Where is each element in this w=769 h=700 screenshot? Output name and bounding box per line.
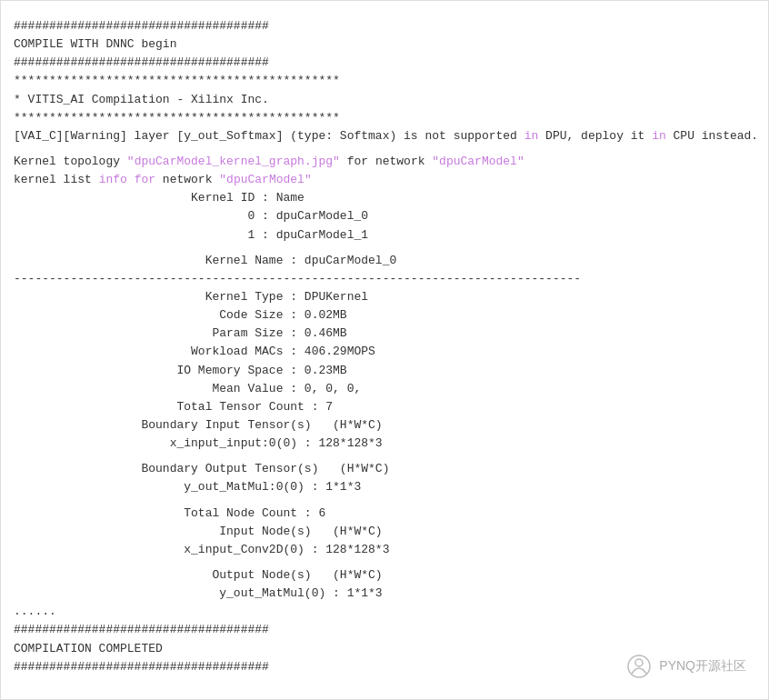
line-x-input: x_input_input:0(0) : 128*128*3: [14, 435, 750, 453]
warning-in: in: [524, 129, 539, 143]
for-keyword: for: [135, 173, 155, 186]
line-x-input-conv2d: x_input_Conv2D(0) : 128*128*3: [14, 541, 750, 559]
line-io-memory: IO Memory Space : 0.23MB: [14, 362, 750, 380]
info-keyword: info: [99, 173, 127, 186]
line-kernel-1: 1 : dpuCarModel_1: [14, 226, 750, 245]
warning-in2: in: [652, 129, 666, 143]
warning-prefix: [VAI_C][Warning] layer [y_out_Softmax] (…: [14, 129, 524, 143]
line-kernel-name: Kernel Name : dpuCarModel_0: [14, 252, 750, 270]
terminal-output: #################################### COM…: [0, 0, 769, 700]
line-compile-begin: COMPILE WITH DNNC begin: [14, 35, 750, 54]
line-output-nodes-header: Output Node(s) (H*W*C): [14, 566, 750, 585]
line-hash-2: ####################################: [14, 54, 750, 72]
line-topology: Kernel topology "dpuCarModel_kernel_grap…: [14, 153, 750, 171]
line-kernel-type: Kernel Type : DPUKernel: [14, 288, 750, 306]
line-mean-value: Mean Value : 0, 0, 0,: [14, 380, 750, 398]
line-vitis: * VITIS_AI Compilation - Xilinx Inc.: [14, 91, 750, 109]
line-hash-3: ####################################: [14, 621, 750, 639]
line-warning: [VAI_C][Warning] layer [y_out_Softmax] (…: [14, 127, 750, 145]
line-y-out-matmul: y_out_MatMul:0(0) : 1*1*3: [14, 478, 750, 496]
line-total-node: Total Node Count : 6: [14, 505, 750, 523]
line-input-nodes-header: Input Node(s) (H*W*C): [14, 523, 750, 541]
line-workload: Workload MACs : 406.29MOPS: [14, 343, 750, 361]
watermark-text: PYNQ开源社区: [659, 658, 746, 675]
line-kernel-0: 0 : dpuCarModel_0: [14, 207, 750, 225]
topology-file: "dpuCarModel_kernel_graph.jpg": [127, 155, 340, 168]
warning-mid: DPU, deploy it: [538, 129, 652, 143]
line-kernel-list: kernel list info for network "dpuCarMode…: [14, 171, 750, 189]
line-hash-1: ####################################: [14, 17, 750, 35]
line-y-out-matmul-node: y_out_MatMul(0) : 1*1*3: [14, 585, 750, 603]
kernel-network: "dpuCarModel": [219, 173, 311, 186]
watermark: PYNQ开源社区: [626, 654, 746, 679]
spacer-4: [14, 497, 750, 505]
line-boundary-input-header: Boundary Input Tensor(s) (H*W*C): [14, 416, 750, 435]
line-tensor-count: Total Tensor Count : 7: [14, 398, 750, 416]
watermark-icon: [626, 654, 652, 679]
svg-point-1: [635, 659, 643, 666]
line-param-size: Param Size : 0.46MB: [14, 325, 750, 343]
warning-end: CPU instead.: [666, 129, 758, 143]
spacer-1: [14, 145, 750, 153]
spacer-3: [14, 453, 750, 460]
spacer-5: [14, 559, 750, 566]
line-stars-1: ****************************************…: [14, 72, 750, 90]
line-boundary-output-header: Boundary Output Tensor(s) (H*W*C): [14, 460, 750, 478]
line-stars-2: ****************************************…: [14, 109, 750, 127]
topology-network: "dpuCarModel": [432, 155, 524, 168]
line-separator: ----------------------------------------…: [14, 270, 750, 288]
line-code-size: Code Size : 0.02MB: [14, 306, 750, 325]
line-dots: ......: [14, 603, 750, 621]
line-kernel-id-header: Kernel ID : Name: [14, 189, 750, 207]
spacer-2: [14, 245, 750, 252]
